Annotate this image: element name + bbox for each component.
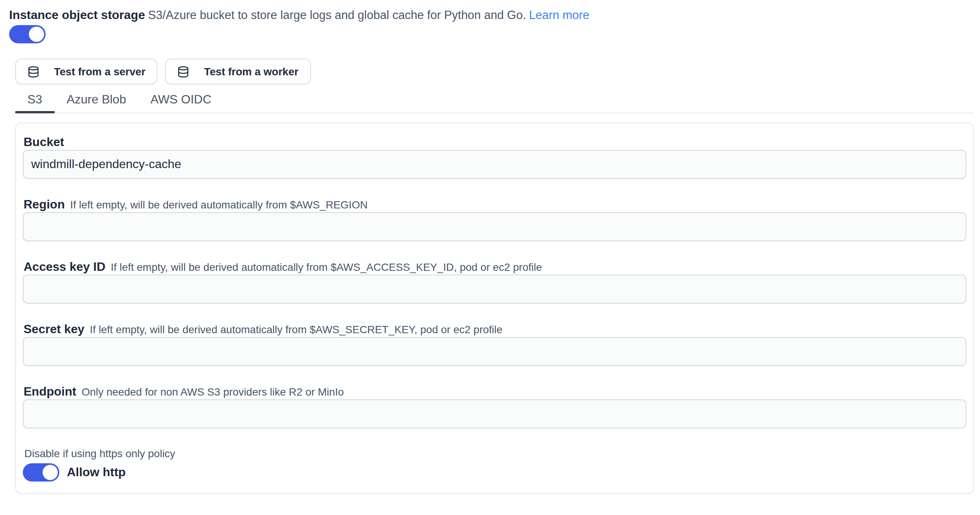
allow-http-row: Allow http — [23, 463, 966, 482]
bucket-input[interactable] — [23, 150, 966, 179]
secret-key-label: Secret key — [24, 322, 84, 335]
region-label: Region — [24, 198, 65, 211]
page-description: S3/Azure bucket to store large logs and … — [148, 8, 526, 21]
database-icon — [178, 65, 190, 78]
test-from-worker-button[interactable]: Test from a worker — [165, 59, 310, 85]
bucket-field-group: Bucket — [23, 135, 966, 179]
tab-s3[interactable]: S3 — [15, 88, 54, 113]
bucket-label: Bucket — [24, 136, 64, 148]
instance-object-storage-header: Instance object storageS3/Azure bucket t… — [9, 7, 971, 46]
storage-provider-tabs: S3 Azure Blob AWS OIDC — [15, 88, 974, 113]
endpoint-hint: Only needed for non AWS S3 providers lik… — [82, 386, 344, 398]
allow-http-label: Allow http — [67, 466, 126, 479]
access-key-id-label: Access key ID — [24, 260, 105, 273]
settings-page: Instance object storageS3/Azure bucket t… — [0, 7, 980, 515]
tab-aws-oidc[interactable]: AWS OIDC — [138, 88, 224, 113]
test-from-worker-label: Test from a worker — [204, 65, 298, 78]
page-title: Instance object storage — [9, 8, 145, 21]
allow-http-note: Disable if using https only policy — [24, 446, 966, 460]
secret-key-hint: If left empty, will be derived automatic… — [90, 323, 503, 335]
endpoint-field-group: EndpointOnly needed for non AWS S3 provi… — [23, 384, 966, 428]
tab-azure-blob[interactable]: Azure Blob — [54, 88, 138, 113]
toggle-knob — [43, 465, 58, 480]
test-from-server-label: Test from a server — [54, 65, 146, 78]
object-storage-toggle[interactable] — [9, 25, 46, 43]
region-field-group: RegionIf left empty, will be derived aut… — [23, 197, 966, 241]
test-from-server-button[interactable]: Test from a server — [15, 59, 158, 85]
region-hint: If left empty, will be derived automatic… — [70, 199, 368, 211]
toggle-knob — [29, 27, 44, 42]
endpoint-input[interactable] — [23, 399, 966, 428]
region-input[interactable] — [23, 212, 966, 241]
test-buttons-row: Test from a server Test from a worker — [15, 59, 980, 85]
secret-key-input[interactable] — [23, 337, 966, 366]
access-key-id-hint: If left empty, will be derived automatic… — [111, 261, 542, 273]
s3-settings-panel: Bucket RegionIf left empty, will be deri… — [15, 123, 974, 494]
header-title-line: Instance object storageS3/Azure bucket t… — [9, 7, 971, 24]
access-key-id-input[interactable] — [23, 274, 966, 303]
learn-more-link[interactable]: Learn more — [529, 8, 590, 21]
endpoint-label: Endpoint — [24, 385, 76, 398]
database-icon — [27, 65, 40, 78]
secret-key-field-group: Secret keyIf left empty, will be derived… — [23, 322, 966, 366]
allow-http-toggle[interactable] — [23, 463, 59, 482]
access-key-id-field-group: Access key IDIf left empty, will be deri… — [23, 259, 966, 303]
